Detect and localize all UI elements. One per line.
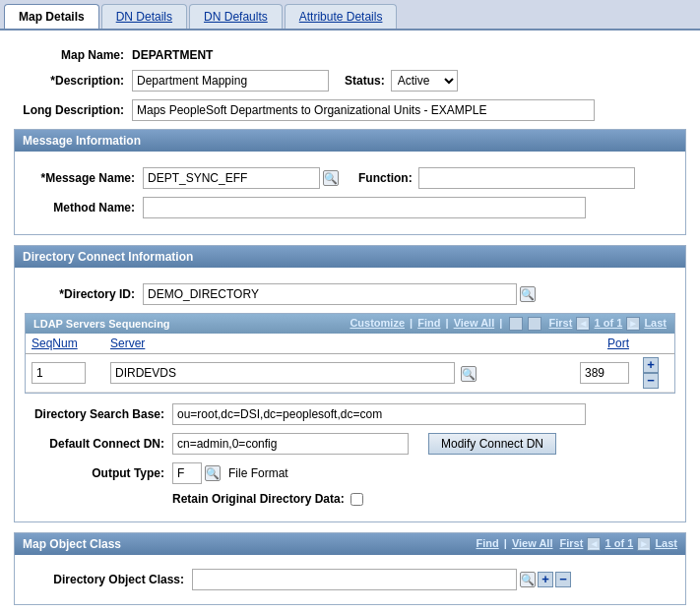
- ldap-find-link[interactable]: Find: [417, 317, 440, 329]
- tab-bar: Map Details DN Details DN Defaults Attri…: [0, 0, 700, 31]
- map-remove-button[interactable]: −: [555, 572, 571, 587]
- tab-attribute-details[interactable]: Attribute Details: [285, 4, 398, 29]
- ldap-last-label: Last: [644, 317, 667, 329]
- message-name-label: *Message Name:: [25, 171, 143, 185]
- table-row: 🔍 + −: [26, 354, 674, 393]
- message-name-input[interactable]: [143, 167, 320, 189]
- output-type-label: Output Type:: [25, 466, 172, 480]
- ldap-col-port[interactable]: Port: [556, 334, 635, 354]
- message-info-header: Message Information: [15, 130, 685, 152]
- search-base-label: Directory Search Base:: [25, 407, 172, 421]
- ldap-viewall-link[interactable]: View All: [454, 317, 495, 329]
- ldap-prev-icon[interactable]: ◄: [576, 317, 590, 331]
- map-last-label: Last: [655, 537, 677, 549]
- map-viewall-link[interactable]: View All: [512, 537, 553, 549]
- long-description-input[interactable]: [132, 99, 595, 121]
- map-first-label: First: [560, 537, 584, 549]
- status-label: Status:: [345, 74, 385, 88]
- tab-map-details[interactable]: Map Details: [4, 4, 99, 29]
- long-description-label: Long Description:: [14, 103, 132, 117]
- map-page-info: 1 of 1: [605, 537, 634, 549]
- ldap-nav-controls: Customize | Find | View All | First ◄ 1 …: [350, 317, 667, 331]
- ldap-list-icon[interactable]: [528, 317, 541, 331]
- search-base-input[interactable]: [172, 403, 586, 425]
- map-object-class-header: Map Object Class Find | View All First ◄…: [15, 533, 685, 555]
- ldap-first-label: First: [549, 317, 573, 329]
- description-input[interactable]: [132, 70, 329, 92]
- tab-dn-details[interactable]: DN Details: [101, 4, 187, 29]
- ldap-table: SeqNum Server Port 🔍: [26, 334, 674, 393]
- output-type-desc: File Format: [228, 466, 288, 480]
- directory-id-label: *Directory ID:: [25, 287, 143, 301]
- retain-label: Retain Original Directory Data:: [172, 492, 345, 506]
- ldap-section-title: LDAP Servers Sequencing: [33, 318, 170, 330]
- map-add-button[interactable]: +: [538, 572, 553, 587]
- map-next-icon[interactable]: ►: [637, 537, 651, 551]
- ldap-section-header: LDAP Servers Sequencing Customize | Find…: [26, 314, 674, 334]
- message-name-search-icon[interactable]: 🔍: [323, 170, 339, 186]
- ldap-port-input[interactable]: [580, 362, 629, 384]
- map-prev-icon[interactable]: ◄: [587, 537, 601, 551]
- directory-id-input[interactable]: [143, 283, 517, 305]
- ldap-add-row-button[interactable]: +: [643, 357, 659, 373]
- connect-dn-label: Default Connect DN:: [25, 437, 172, 451]
- directory-object-class-label: Directory Object Class:: [25, 573, 192, 586]
- description-label: *Description:: [14, 74, 132, 88]
- method-name-label: Method Name:: [25, 201, 143, 215]
- ldap-col-server[interactable]: Server: [104, 334, 556, 354]
- ldap-server-input[interactable]: [110, 362, 455, 384]
- ldap-customize-link[interactable]: Customize: [350, 317, 405, 329]
- directory-object-class-search-icon[interactable]: 🔍: [520, 572, 536, 587]
- map-name-label: Map Name:: [14, 48, 132, 62]
- ldap-grid-icon[interactable]: [509, 317, 523, 331]
- ldap-page-info: 1 of 1: [595, 317, 623, 329]
- output-type-search-icon[interactable]: 🔍: [205, 465, 221, 481]
- ldap-col-seqnum[interactable]: SeqNum: [26, 334, 104, 354]
- output-type-input[interactable]: [172, 462, 202, 484]
- map-name-value: DEPARTMENT: [132, 48, 213, 62]
- directory-id-search-icon[interactable]: 🔍: [520, 286, 536, 302]
- retain-checkbox[interactable]: [350, 493, 363, 506]
- ldap-seqnum-input[interactable]: [32, 362, 86, 384]
- map-object-class-title: Map Object Class: [23, 537, 121, 551]
- ldap-remove-row-button[interactable]: −: [643, 373, 659, 389]
- method-name-input[interactable]: [143, 197, 586, 218]
- map-find-link[interactable]: Find: [476, 537, 498, 549]
- directory-object-class-input[interactable]: [192, 569, 517, 590]
- directory-connect-header: Directory Connect Information: [15, 246, 685, 268]
- ldap-server-search-icon[interactable]: 🔍: [461, 366, 477, 382]
- modify-connect-dn-button[interactable]: Modify Connect DN: [428, 433, 556, 455]
- map-object-class-nav: Find | View All First ◄ 1 of 1 ► Last: [476, 537, 677, 551]
- function-label: Function:: [358, 171, 413, 185]
- connect-dn-input[interactable]: [172, 433, 409, 455]
- tab-dn-defaults[interactable]: DN Defaults: [189, 4, 283, 29]
- function-input[interactable]: [418, 167, 635, 189]
- status-select[interactable]: Active Inactive: [391, 70, 458, 92]
- ldap-next-icon[interactable]: ►: [626, 317, 640, 331]
